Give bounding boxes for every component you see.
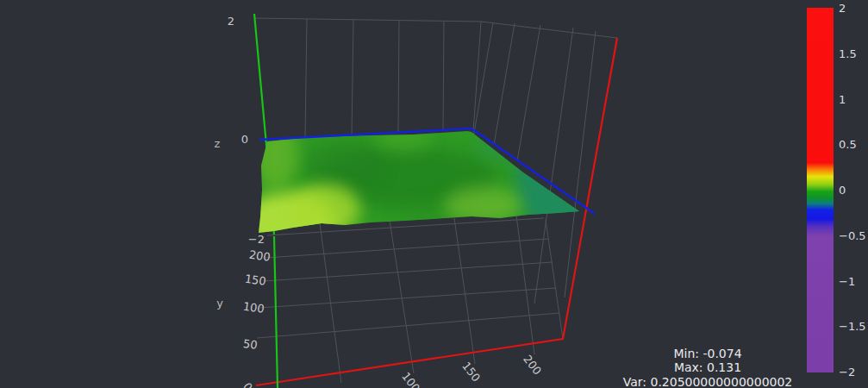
z-tick-neg2: −2: [248, 233, 265, 246]
colorbar-tick-neg2: −2: [839, 366, 855, 379]
colorbar-tick-2: 2: [839, 2, 846, 15]
colorbar-tick-0: 0: [839, 184, 846, 197]
stats-var: Var: 0.20500000000000002: [623, 375, 793, 388]
stats-max: Max: 0.131: [674, 360, 741, 374]
colorbar-tick-neg1p5: −1.5: [839, 320, 866, 333]
colorbar-tick-1: 1: [839, 93, 846, 106]
z-tick-0: 0: [241, 133, 248, 146]
z-tick-2: 2: [228, 15, 234, 28]
stats-min: Min: -0.074: [673, 347, 741, 360]
colorbar-tick-0p5: 0.5: [839, 138, 857, 151]
colorbar-tick-1p5: 1.5: [839, 47, 857, 60]
surface-plot-window: 2 0 −2 z 200 150 100 50 y 0 100 150 200 …: [0, 0, 868, 388]
colorbar-gradient: [807, 8, 834, 372]
plot-canvas-3d[interactable]: 2 0 −2 z 200 150 100 50 y 0 100 150 200 …: [0, 0, 868, 388]
y-tick-50: 50: [242, 337, 258, 352]
y-axis-label: y: [216, 297, 223, 310]
colorbar-tick-neg1: −1: [839, 275, 855, 288]
z-axis-label: z: [215, 137, 221, 150]
colorbar-tick-neg0p5: −0.5: [839, 229, 866, 242]
